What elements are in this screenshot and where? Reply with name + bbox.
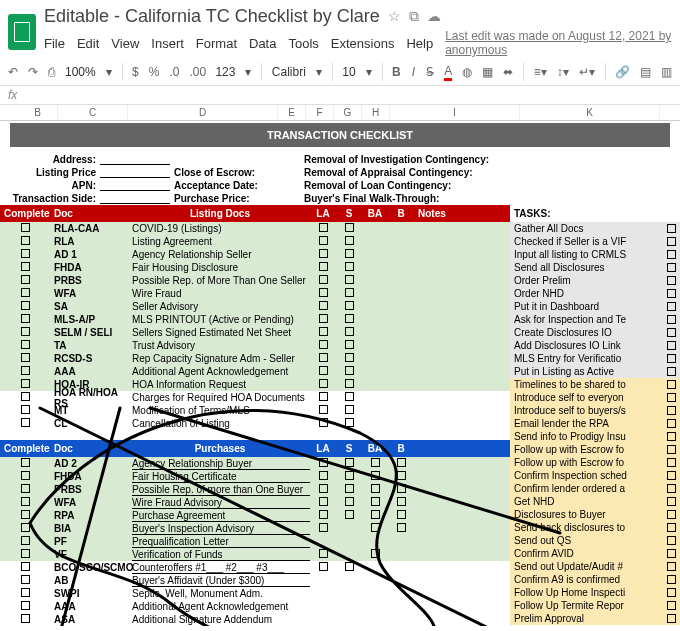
checkbox-icon[interactable]: [397, 471, 406, 480]
purchase-row[interactable]: VFVerification of Funds: [0, 548, 510, 561]
valign-icon[interactable]: ↕▾: [557, 65, 569, 79]
checkbox-icon[interactable]: [319, 301, 328, 310]
checkbox-icon[interactable]: [371, 471, 380, 480]
checkbox-icon[interactable]: [345, 327, 354, 336]
listing-row[interactable]: HOA RN/HOA RSCharges for Required HOA Do…: [0, 391, 510, 404]
checkbox-icon[interactable]: [667, 536, 676, 545]
checkbox-icon[interactable]: [319, 562, 328, 571]
task-row[interactable]: Confirm A9 is confirmed: [510, 573, 680, 586]
menu-format[interactable]: Format: [196, 36, 237, 51]
purchase-row[interactable]: PFPrequalification Letter: [0, 535, 510, 548]
listing-row[interactable]: TATrust Advisory: [0, 339, 510, 352]
checkbox-icon[interactable]: [345, 497, 354, 506]
col-H[interactable]: H: [362, 105, 390, 120]
checkbox-icon[interactable]: [345, 275, 354, 284]
task-row[interactable]: Follow Up Termite Repor: [510, 599, 680, 612]
link-icon[interactable]: 🔗: [615, 65, 630, 79]
listing-row[interactable]: RCSD-SRep Capacity Signature Adm - Selle…: [0, 352, 510, 365]
checkbox-icon[interactable]: [345, 314, 354, 323]
checkbox-icon[interactable]: [21, 614, 30, 623]
checkbox-icon[interactable]: [319, 223, 328, 232]
checkbox-icon[interactable]: [319, 523, 328, 532]
checkbox-icon[interactable]: [319, 288, 328, 297]
checkbox-icon[interactable]: [21, 249, 30, 258]
checkbox-icon[interactable]: [667, 484, 676, 493]
checkbox-icon[interactable]: [345, 301, 354, 310]
checkbox-icon[interactable]: [345, 471, 354, 480]
col-D[interactable]: D: [128, 105, 278, 120]
merge-icon[interactable]: ⬌: [503, 65, 513, 79]
bold-icon[interactable]: B: [392, 65, 401, 79]
checkbox-icon[interactable]: [667, 393, 676, 402]
currency-icon[interactable]: $: [132, 65, 139, 79]
star-icon[interactable]: ☆: [388, 8, 401, 25]
menu-edit[interactable]: Edit: [77, 36, 99, 51]
checkbox-icon[interactable]: [345, 223, 354, 232]
checkbox-icon[interactable]: [397, 484, 406, 493]
checkbox-icon[interactable]: [667, 510, 676, 519]
cloud-icon[interactable]: ☁: [427, 8, 441, 25]
checkbox-icon[interactable]: [667, 549, 676, 558]
col-K[interactable]: K: [520, 105, 660, 120]
purchase-row[interactable]: RPAPurchase Agreement: [0, 509, 510, 522]
task-row[interactable]: Send info to Prodigy Insu: [510, 430, 680, 443]
purchase-row[interactable]: ASAAdditional Signature Addendum: [0, 613, 510, 626]
checkbox-icon[interactable]: [371, 484, 380, 493]
checkbox-icon[interactable]: [371, 549, 380, 558]
checkbox-icon[interactable]: [345, 392, 354, 401]
col-E[interactable]: E: [278, 105, 306, 120]
task-row[interactable]: Confirm AVID: [510, 547, 680, 560]
checkbox-icon[interactable]: [21, 262, 30, 271]
checkbox-icon[interactable]: [319, 392, 328, 401]
purchase-row[interactable]: FHDAFair Housing Certificate: [0, 470, 510, 483]
checkbox-icon[interactable]: [21, 236, 30, 245]
purchase-row[interactable]: BCO/SCO/SCMOCounteroffers #1___ #2___ #3…: [0, 561, 510, 574]
checkbox-icon[interactable]: [21, 523, 30, 532]
checkbox-icon[interactable]: [345, 366, 354, 375]
checkbox-icon[interactable]: [319, 366, 328, 375]
checkbox-icon[interactable]: [345, 340, 354, 349]
menu-help[interactable]: Help: [406, 36, 433, 51]
checkbox-icon[interactable]: [21, 471, 30, 480]
checkbox-icon[interactable]: [667, 406, 676, 415]
task-row[interactable]: Follow up with Escrow fo: [510, 443, 680, 456]
checkbox-icon[interactable]: [371, 523, 380, 532]
checkbox-icon[interactable]: [667, 588, 676, 597]
task-row[interactable]: Send back disclosures to: [510, 521, 680, 534]
checkbox-icon[interactable]: [21, 340, 30, 349]
checkbox-icon[interactable]: [667, 289, 676, 298]
checkbox-icon[interactable]: [667, 367, 676, 376]
checkbox-icon[interactable]: [21, 601, 30, 610]
listing-row[interactable]: AD 1Agency Relationship Seller: [0, 248, 510, 261]
purchase-row[interactable]: SWPISeptic, Well, Monument Adm.: [0, 587, 510, 600]
task-row[interactable]: Timelines to be shared to: [510, 378, 680, 391]
checkbox-icon[interactable]: [345, 458, 354, 467]
italic-icon[interactable]: I: [411, 65, 417, 79]
purchase-row[interactable]: AD 2Agency Relationship Buyer: [0, 457, 510, 470]
dec-more-icon[interactable]: .00: [189, 65, 205, 79]
checkbox-icon[interactable]: [21, 353, 30, 362]
checkbox-icon[interactable]: [667, 380, 676, 389]
task-row[interactable]: Ask for Inspection and Te: [510, 313, 680, 326]
checkbox-icon[interactable]: [319, 353, 328, 362]
checkbox-icon[interactable]: [319, 458, 328, 467]
task-row[interactable]: Send out Update/Audit #: [510, 560, 680, 573]
col-C[interactable]: C: [58, 105, 128, 120]
task-row[interactable]: Gather All Docs: [510, 222, 680, 235]
menu-tools[interactable]: Tools: [288, 36, 318, 51]
percent-icon[interactable]: %: [149, 65, 160, 79]
chart-icon[interactable]: ▥: [661, 65, 672, 79]
menu-extensions[interactable]: Extensions: [331, 36, 395, 51]
checkbox-icon[interactable]: [319, 510, 328, 519]
checkbox-icon[interactable]: [21, 418, 30, 427]
listing-row[interactable]: SASeller Advisory: [0, 300, 510, 313]
checkbox-icon[interactable]: [397, 523, 406, 532]
formula-bar[interactable]: fx: [0, 86, 680, 105]
strike-icon[interactable]: S̶: [426, 65, 434, 79]
checkbox-icon[interactable]: [21, 379, 30, 388]
checkbox-icon[interactable]: [21, 510, 30, 519]
checkbox-icon[interactable]: [319, 249, 328, 258]
checkbox-icon[interactable]: [319, 379, 328, 388]
checkbox-icon[interactable]: [345, 484, 354, 493]
checkbox-icon[interactable]: [345, 353, 354, 362]
